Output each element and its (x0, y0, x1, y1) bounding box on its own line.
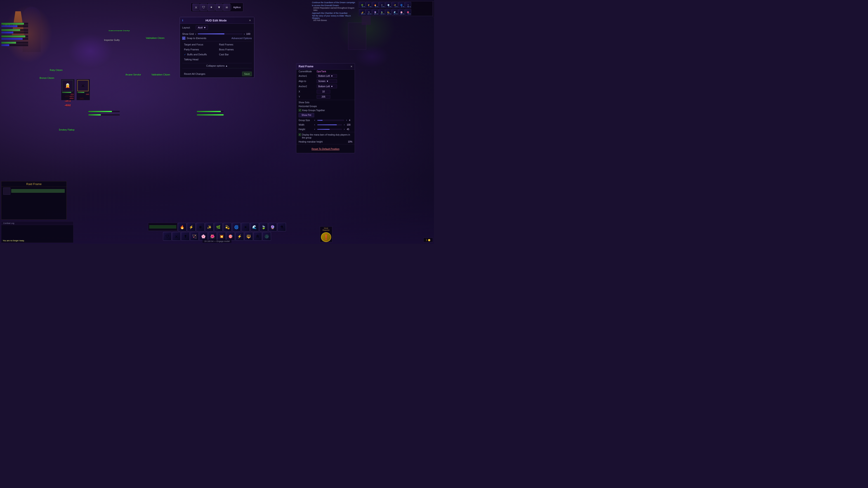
bottom-slot-7[interactable]: 🌀 (232, 223, 241, 231)
bottom-slot-12[interactable]: ⚗ (277, 223, 286, 231)
spell-icon-8[interactable]: ☀60 s (405, 2, 411, 8)
issue-reporter-btn[interactable]: ❗ (321, 232, 331, 242)
raid-config-title-text: Raid Frame (299, 65, 313, 68)
menu-item-cast-bar[interactable]: Cast Bar (217, 52, 252, 57)
anchor2-dropdown[interactable]: Bottom Left ▼ (317, 85, 337, 88)
npc-label-inspector: Inspector Guilty (104, 39, 120, 41)
menu-grid: Target and Focus Raid Frames Party Frame… (182, 42, 252, 62)
grid-nav-right[interactable]: › (244, 32, 245, 36)
damage-text-3: -4592 (64, 104, 71, 107)
anchor1-row: Anchor1 Bottom Left ▼ (296, 73, 355, 78)
spell-icon-2[interactable]: ⚡7 m (366, 2, 372, 8)
spell-icon-10[interactable]: ⚗15 m (366, 9, 372, 15)
show-pet-btn[interactable]: Show Pet (299, 113, 314, 117)
spell-icon-1[interactable]: 🌿8 m (359, 2, 365, 8)
anchor1-dropdown[interactable]: Bottom Left ▼ (317, 74, 337, 78)
menu-item-boss-frames[interactable]: Boss Frames (217, 47, 252, 52)
player-name-plate (148, 223, 178, 231)
spell-bar-scroll[interactable]: ▲ ▼ (433, 1, 434, 17)
action-btn-4[interactable]: ▼ (215, 4, 223, 11)
raid-config-close-btn[interactable]: × (350, 65, 352, 68)
bottom-row2-slot-8[interactable]: 🎯 (226, 232, 235, 240)
spell-icon-6[interactable]: ✨3 m (392, 2, 398, 8)
hud-edit-close-btn[interactable]: × (248, 19, 252, 22)
spell-icon-14[interactable]: 🌊11 m (392, 9, 398, 15)
spell-icon-15[interactable]: 🌸10 m (398, 9, 405, 15)
snap-checkbox[interactable]: ✓ (182, 37, 185, 40)
bottom-slot-11[interactable]: 🔮 (268, 223, 277, 231)
bottom-slot-2[interactable]: ⚡ (187, 223, 195, 231)
npc-label-arcane-servitor: Arcane Servitor (125, 73, 141, 76)
bottom-slot-9[interactable]: 🌊 (250, 223, 259, 231)
menu-item-raid-frames[interactable]: Raid Frames (217, 42, 252, 47)
height-nav-right[interactable]: › (343, 128, 346, 131)
spell-icon-9[interactable]: 🌙16 m (359, 9, 365, 15)
action-btn-5[interactable]: ☠ (223, 4, 230, 11)
spell-icon-7[interactable]: 🌀2 m (398, 2, 405, 8)
bottom-row2-slot-2[interactable]: ⚔ (172, 232, 181, 240)
bottom-row2-slot-4[interactable]: 🏹 (190, 232, 199, 240)
raid-frames-label: Raid Frames (219, 43, 233, 46)
spell-icon-12[interactable]: 🍃13 m (379, 9, 385, 15)
width-nav-left[interactable]: ‹ (313, 123, 316, 126)
bottom-row2-slot-3[interactable]: 🗡 (181, 232, 190, 240)
height-nav-left[interactable]: ‹ (313, 128, 316, 131)
reset-default-position-btn[interactable]: Reset To Default Position (311, 148, 339, 150)
raid-config-panel: Raid Frame × CurrentMode Dps/Tank Anchor… (296, 63, 355, 153)
chat-tab[interactable]: Combat Log (1, 222, 73, 225)
bottom-row2-slot-10[interactable]: 🔱 (244, 232, 253, 240)
spell-icon-5[interactable]: 💨4 m (385, 2, 392, 8)
bottom-slot-8[interactable]: ☀ (241, 223, 250, 231)
bottom-row2-slot-6[interactable]: 🌺 (208, 232, 217, 240)
advanced-options-btn[interactable]: Advanced Options (231, 37, 252, 39)
bottom-row2-slot-12[interactable]: 🌑 (262, 232, 271, 240)
x-input[interactable] (317, 90, 330, 94)
bottom-slot-4[interactable]: ✨ (205, 223, 214, 231)
spell-icon-3[interactable]: 🔥6 m (372, 2, 378, 8)
group-size-nav-right[interactable]: › (345, 119, 348, 122)
width-slider[interactable] (317, 124, 342, 125)
menu-item-target-focus[interactable]: Target and Focus (182, 42, 217, 47)
grid-slider[interactable] (197, 33, 242, 35)
layout-dropdown[interactable]: Atoll ▼ (196, 26, 208, 30)
action-btn-1[interactable]: ⚔ (192, 4, 199, 11)
menu-item-buffs-debuffs[interactable]: Buffs and Debuffs (182, 52, 217, 57)
bottom-row2-slot-1[interactable]: 🛡 (163, 232, 172, 240)
group-size-nav-left[interactable]: ‹ (313, 119, 316, 122)
bottom-row2-slot-9[interactable]: ⚡ (235, 232, 244, 240)
bottom-row2-slot-11[interactable]: ⛤ (253, 232, 262, 240)
bottom-slot-3[interactable]: ❄ (196, 223, 205, 231)
bottom-slot-5[interactable]: 🌿 (214, 223, 223, 231)
align-to-dropdown[interactable]: Screen ▼ (317, 79, 337, 83)
keep-groups-checkbox[interactable]: ✓ (299, 109, 301, 111)
spell-icon-13[interactable]: 💫12 m (385, 9, 392, 15)
spell-row-1: 🌿8 m ⚡7 m 🔥6 m ❄5 m 💨4 m ✨3 m 🌀2 m ☀60 s (359, 1, 433, 8)
display-mana-checkbox[interactable]: ✓ (299, 133, 301, 136)
npc-label-smokey: Smokey Flattop (59, 129, 74, 131)
bottom-row2-slot-7[interactable]: 💥 (217, 232, 226, 240)
bottom-slot-6[interactable]: 💫 (223, 223, 232, 231)
hud-edit-modal: ℹ HUD Edit Mode × Layout: Atoll ▼ Show G… (180, 17, 254, 78)
spell-icon-16[interactable]: 🌺9 m (405, 9, 411, 15)
x-label: X (299, 90, 317, 93)
menu-item-party-frames[interactable]: Party Frames (182, 47, 217, 52)
height-slider[interactable] (317, 129, 342, 130)
keep-groups-label: Keep Groups Together (302, 109, 325, 111)
width-nav-right[interactable]: › (343, 123, 346, 126)
save-btn[interactable]: Save (242, 72, 252, 76)
revert-all-changes-btn[interactable]: Revert All Changes (182, 72, 207, 76)
bottom-row2-slot-5[interactable]: 🌸 (199, 232, 208, 240)
menu-item-talking-head[interactable]: Talking Head (182, 57, 217, 62)
bottom-slot-1[interactable]: 🔥 (178, 223, 186, 231)
grid-nav-left[interactable]: ‹ (195, 32, 196, 36)
anchor2-arrow: ▼ (331, 85, 333, 88)
spell-icon-4[interactable]: ❄5 m (379, 2, 385, 8)
action-btn-2[interactable]: 🛡 (200, 4, 207, 11)
y-input[interactable] (317, 95, 330, 99)
group-size-slider[interactable] (317, 120, 344, 121)
unit-portrait-1 (3, 188, 10, 195)
bottom-slot-10[interactable]: 🍃 (259, 223, 268, 231)
collapse-options-btn[interactable]: Collapse options ▲ (182, 63, 252, 68)
spell-icon-11[interactable]: 🔮14 m (372, 9, 378, 15)
action-btn-3[interactable]: ✦ (208, 4, 215, 11)
